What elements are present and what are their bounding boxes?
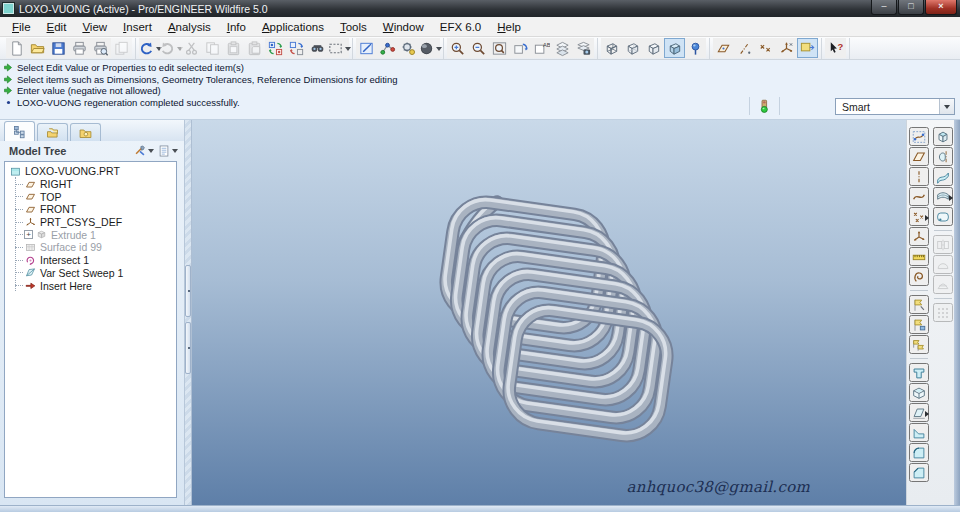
minimize-button[interactable]: ‒ [871, 0, 897, 15]
expand-icon[interactable]: + [24, 230, 33, 239]
saved-views-button[interactable]: AB [531, 38, 552, 58]
menu-file[interactable]: File [4, 19, 39, 35]
note-picture-tool-button[interactable] [909, 315, 929, 334]
panel-splitter[interactable] [184, 120, 192, 505]
csys-tool-button[interactable] [909, 227, 929, 246]
folder-stack-tab[interactable] [37, 123, 68, 141]
orient-mode-button[interactable] [398, 38, 419, 58]
tgl-annot-button[interactable] [797, 38, 818, 58]
tree-node-loxo-vuong-prt[interactable]: LOXO-VUONG.PRT [9, 165, 176, 178]
find-button[interactable] [307, 38, 328, 58]
splitter-handle-top[interactable] [185, 265, 191, 317]
regen-manager-button[interactable] [286, 38, 307, 58]
note-arrange-tool-button[interactable] [909, 335, 929, 354]
wireframe-button[interactable] [601, 38, 622, 58]
datum-plane-tool-button[interactable] [909, 147, 929, 166]
undo-button[interactable] [139, 38, 160, 58]
select-box-dropdown-arrow-icon[interactable] [345, 47, 351, 54]
datum-graph-tool-button[interactable] [909, 247, 929, 266]
tree-node-front[interactable]: FRONT [9, 203, 176, 216]
print-preview-button[interactable] [90, 38, 111, 58]
hole-tool-button[interactable] [909, 363, 929, 382]
tree-node-insert-here[interactable]: Insert Here [9, 279, 176, 292]
copy-button[interactable] [202, 38, 223, 58]
menu-analysis[interactable]: Analysis [160, 19, 219, 35]
draft-tool-button[interactable] [909, 403, 929, 422]
cut-button[interactable] [181, 38, 202, 58]
datum-point-tool-flyout-arrow-icon[interactable] [925, 215, 932, 221]
draft-tool-flyout-arrow-icon[interactable] [925, 411, 932, 417]
no-hidden-button[interactable] [643, 38, 664, 58]
revolve-tool-button[interactable] [933, 147, 953, 166]
rib-tool-button[interactable] [909, 423, 929, 442]
tree-display-dropdown-arrow-icon[interactable] [172, 149, 178, 156]
send-sheets-button[interactable] [111, 38, 132, 58]
appearance-dropdown-arrow-icon[interactable] [436, 47, 442, 54]
open-file-button[interactable] [27, 38, 48, 58]
menu-applications[interactable]: Applications [254, 19, 332, 35]
datum-point-tool-button[interactable] [909, 207, 929, 226]
new-file-button[interactable] [6, 38, 27, 58]
save-button[interactable] [48, 38, 69, 58]
datum-axis-tool-button[interactable] [909, 167, 929, 186]
context-help-button[interactable]: ? [825, 38, 846, 58]
spin-center-button[interactable] [377, 38, 398, 58]
selection-filter-combo[interactable]: Smart [835, 98, 955, 115]
menu-view[interactable]: View [74, 19, 115, 35]
pattern-tool-button[interactable] [933, 303, 953, 322]
mirror-tool-button[interactable] [933, 235, 953, 254]
maximize-button[interactable]: □ [898, 0, 924, 15]
tgl-axes-button[interactable] [734, 38, 755, 58]
menu-info[interactable]: Info [219, 19, 254, 35]
tgl-points-button[interactable] [755, 38, 776, 58]
graphics-viewport[interactable]: anhquoc38@gmail.com [192, 120, 906, 505]
sketch-tool-button[interactable] [909, 267, 929, 286]
refit-button[interactable] [489, 38, 510, 58]
tgl-csys-button[interactable] [776, 38, 797, 58]
shell-tool-button[interactable] [909, 383, 929, 402]
tree-node-extrude-1[interactable]: +Extrude 1 [9, 228, 176, 241]
merge-tool-button[interactable] [933, 255, 953, 274]
menu-insert[interactable]: Insert [115, 19, 160, 35]
print-button[interactable] [69, 38, 90, 58]
shaded-button[interactable] [664, 38, 685, 58]
style-tool-button[interactable] [909, 127, 929, 146]
view-manager-button[interactable] [573, 38, 594, 58]
tree-node-surface-id-99[interactable]: Surface id 99 [9, 241, 176, 254]
menu-window[interactable]: Window [375, 19, 432, 35]
tree-node-right[interactable]: RIGHT [9, 178, 176, 191]
menu-tools[interactable]: Tools [332, 19, 375, 35]
zoom-in-button[interactable] [447, 38, 468, 58]
tree-settings-button[interactable] [133, 144, 154, 158]
layers-button[interactable] [552, 38, 573, 58]
menu-efx-6-0[interactable]: EFX 6.0 [432, 19, 490, 35]
model-tree-tab[interactable] [4, 121, 35, 141]
folder-star-tab[interactable] [70, 123, 101, 141]
zoom-out-button[interactable] [468, 38, 489, 58]
select-box-button[interactable] [328, 38, 349, 58]
paste-button[interactable] [223, 38, 244, 58]
round-tool-button[interactable] [909, 443, 929, 462]
repaint-button[interactable] [356, 38, 377, 58]
tgl-planes-button[interactable] [713, 38, 734, 58]
splitter-handle-bottom[interactable] [185, 322, 191, 374]
tree-display-button[interactable] [157, 144, 178, 158]
redo-button[interactable] [160, 38, 181, 58]
style-surface-tool-button[interactable] [933, 207, 953, 226]
boundary-blend-tool-button[interactable] [933, 187, 953, 206]
tree-settings-dropdown-arrow-icon[interactable] [148, 149, 154, 156]
hidden-line-button[interactable] [622, 38, 643, 58]
chamfer-tool-button[interactable] [909, 463, 929, 482]
boundary-blend-tool-flyout-arrow-icon[interactable] [949, 195, 956, 201]
datum-curve-tool-button[interactable] [909, 187, 929, 206]
pin-button[interactable] [685, 38, 706, 58]
paste-special-button[interactable] [244, 38, 265, 58]
sweep-tool-button[interactable] [933, 167, 953, 186]
tree-node-intersect-1[interactable]: Intersect 1 [9, 254, 176, 267]
tree-node-var-sect-sweep-1[interactable]: Var Sect Sweep 1 [9, 267, 176, 280]
combo-dropdown-button[interactable] [939, 99, 954, 114]
tree-node-top[interactable]: TOP [9, 190, 176, 203]
menu-edit[interactable]: Edit [39, 19, 75, 35]
close-button[interactable]: × [925, 0, 957, 15]
tree-node-prt-csys-def[interactable]: PRT_CSYS_DEF [9, 216, 176, 229]
